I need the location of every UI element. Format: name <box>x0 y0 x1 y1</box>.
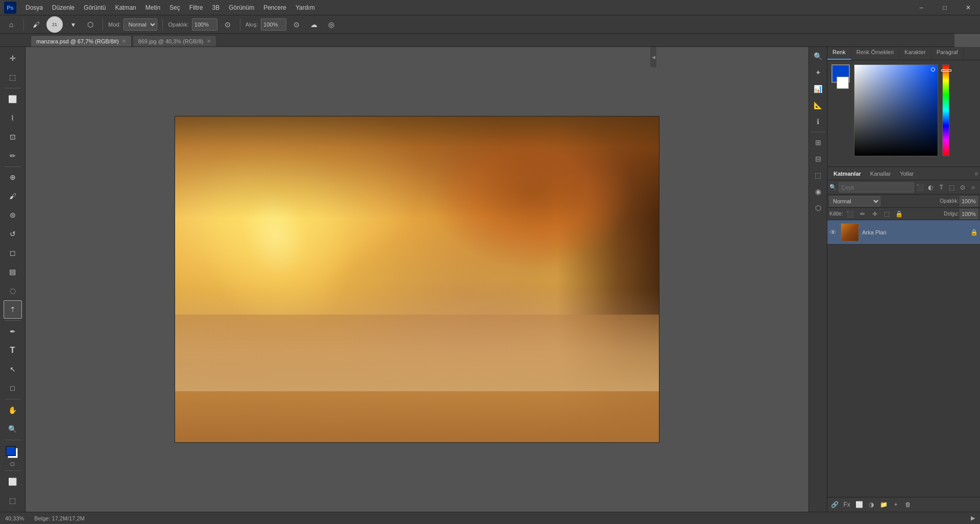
tab-869-close[interactable]: ✕ <box>207 38 211 44</box>
layer-blend-mode-select[interactable]: Normal <box>829 196 880 206</box>
hand-tool[interactable]: ✋ <box>4 401 22 419</box>
tab-869[interactable]: 869.jpg @ 40,3% (RGB/8) ✕ <box>133 35 216 46</box>
layer-link-btn[interactable]: 🔗 <box>829 499 840 510</box>
menu-3b[interactable]: 3B <box>208 3 224 13</box>
brush-tool[interactable]: 🖌 <box>4 187 22 205</box>
blur-tool[interactable]: ◌ <box>4 281 22 300</box>
opacity-settings-btn[interactable]: ⊙ <box>220 17 235 32</box>
layers-tab[interactable]: Katmanlar <box>829 170 865 178</box>
layers-search-input[interactable] <box>839 182 914 193</box>
flow-input[interactable] <box>261 18 286 31</box>
panel-menu-btn[interactable]: ≡ <box>975 171 978 177</box>
panel-btn-8[interactable]: ⬚ <box>811 168 825 182</box>
eraser-tool[interactable]: ◻ <box>4 244 22 262</box>
search-panel-btn[interactable]: 🔍 <box>811 49 825 63</box>
layer-fx-btn[interactable]: Fx <box>842 499 852 510</box>
layer-filter-adjust-btn[interactable]: ◐ <box>926 182 936 193</box>
tab-paragraf[interactable]: Paragraf <box>932 47 964 60</box>
menu-dosya[interactable]: Dosya <box>21 3 47 13</box>
screen-mode-btn[interactable]: ⬜ <box>4 472 22 491</box>
heal-tool[interactable]: ⊕ <box>4 168 22 186</box>
pen-tool[interactable]: ✒ <box>4 322 22 341</box>
tab-renk[interactable]: Renk <box>827 47 851 60</box>
layer-filter-type-btn[interactable]: T <box>937 182 946 193</box>
menu-goruntu[interactable]: Görüntü <box>80 3 110 13</box>
fill-input[interactable] <box>960 209 978 219</box>
foreground-color-swatch[interactable] <box>6 446 16 456</box>
layer-visibility-icon[interactable]: 👁 <box>829 228 838 236</box>
canvas-area[interactable]: ◀ <box>26 47 808 512</box>
panel-btn-6[interactable]: ⊞ <box>811 135 825 150</box>
layer-item-arkaplan[interactable]: 👁 Arka Plan 🔒 <box>827 220 980 245</box>
panel-btn-5[interactable]: ℹ <box>811 114 825 129</box>
panel-btn-7[interactable]: ⊟ <box>811 152 825 166</box>
menu-yardim[interactable]: Yardım <box>291 3 319 13</box>
airbrush-btn[interactable]: ☁ <box>307 17 321 32</box>
maximize-button[interactable]: □ <box>933 0 957 15</box>
layer-filter-pixel-btn[interactable]: ⬛ <box>915 182 925 193</box>
tab-manzara[interactable]: manzara.psd @ 67,7% (RGB/8#) ✕ <box>31 35 132 46</box>
layer-adjust-btn[interactable]: ◑ <box>866 499 876 510</box>
dodge-burn-tool[interactable]: ⇡ <box>4 300 22 319</box>
brush-settings-button[interactable]: ▾ <box>66 17 80 32</box>
crop-tool[interactable]: ⊡ <box>4 128 22 146</box>
brush-shape-button[interactable]: ⬡ <box>83 17 97 32</box>
paths-tab[interactable]: Yollar <box>896 170 918 178</box>
menu-duzenle[interactable]: Düzenle <box>48 3 79 13</box>
lock-all-btn[interactable]: 🔒 <box>894 209 904 219</box>
zoom-tool[interactable]: 🔍 <box>4 420 22 438</box>
path-select-tool[interactable]: ↖ <box>4 360 22 378</box>
lock-paint-btn[interactable]: ✏ <box>857 209 868 219</box>
panel-btn-4[interactable]: 📐 <box>811 98 825 112</box>
flow-settings-btn[interactable]: ⊙ <box>289 17 304 32</box>
layer-filter-shape-btn[interactable]: ⬚ <box>947 182 957 193</box>
smooth-btn[interactable]: ◎ <box>324 17 338 32</box>
lock-move-btn[interactable]: ✛ <box>870 209 880 219</box>
layer-filter-toggle[interactable]: ● <box>968 182 978 193</box>
lock-artboard-btn[interactable]: ⬚ <box>882 209 892 219</box>
color-spectrum[interactable] <box>854 64 938 156</box>
frame-mode-btn[interactable]: ⬚ <box>4 491 22 510</box>
clone-tool[interactable]: ⊜ <box>4 206 22 224</box>
statusbar-arrow[interactable]: ▶ <box>971 515 975 521</box>
brush-tool-button[interactable]: 🖌 <box>29 17 43 32</box>
history-brush-tool[interactable]: ↺ <box>4 225 22 243</box>
layer-filter-smart-btn[interactable]: ⊙ <box>958 182 967 193</box>
tab-manzara-close[interactable]: ✕ <box>122 38 126 44</box>
artboard-tool[interactable]: ⬚ <box>4 68 22 86</box>
tab-renk-ornekleri[interactable]: Renk Örnekleri <box>851 47 899 60</box>
layer-folder-btn[interactable]: 📁 <box>878 499 889 510</box>
bg-color-swatch[interactable] <box>837 77 849 89</box>
menu-goruntum[interactable]: Görünüm <box>225 3 258 13</box>
tab-karakter[interactable]: Karakter <box>899 47 932 60</box>
menu-sec[interactable]: Seç <box>165 3 184 13</box>
close-button[interactable]: ✕ <box>957 0 980 15</box>
blend-mode-select[interactable]: Normal <box>124 18 157 31</box>
opacity-input[interactable] <box>192 18 217 31</box>
minimize-button[interactable]: – <box>910 0 933 15</box>
menu-filtre[interactable]: Filtre <box>185 3 207 13</box>
panel-btn-3[interactable]: 📊 <box>811 82 825 96</box>
hue-bar[interactable] <box>942 64 949 156</box>
quick-mask-toggle[interactable]: ⬡ <box>8 459 18 469</box>
lock-pixels-btn[interactable]: ⬛ <box>845 209 855 219</box>
channels-tab[interactable]: Kanallar <box>866 170 895 178</box>
menu-katman[interactable]: Katman <box>111 3 140 13</box>
home-button[interactable]: ⌂ <box>4 17 18 32</box>
move-tool[interactable]: ✛ <box>4 49 22 67</box>
menu-pencere[interactable]: Pencere <box>259 3 290 13</box>
panel-toggle-arrow[interactable]: ◀ <box>650 47 656 67</box>
opacity-input[interactable] <box>960 196 978 206</box>
type-tool[interactable]: T <box>4 341 22 360</box>
selection-tool[interactable]: ⬜ <box>4 90 22 108</box>
panel-btn-10[interactable]: ⬡ <box>811 201 825 215</box>
panel-btn-2[interactable]: ✦ <box>811 65 825 80</box>
lasso-tool[interactable]: ⌇ <box>4 109 22 127</box>
layer-mask-btn[interactable]: ⬜ <box>854 499 864 510</box>
shape-tool[interactable]: □ <box>4 379 22 397</box>
gradient-tool[interactable]: ▤ <box>4 263 22 281</box>
eyedropper-tool[interactable]: ✏ <box>4 147 22 165</box>
layer-delete-btn[interactable]: 🗑 <box>903 499 913 510</box>
panel-btn-9[interactable]: ◉ <box>811 184 825 199</box>
layer-new-btn[interactable]: + <box>891 499 901 510</box>
